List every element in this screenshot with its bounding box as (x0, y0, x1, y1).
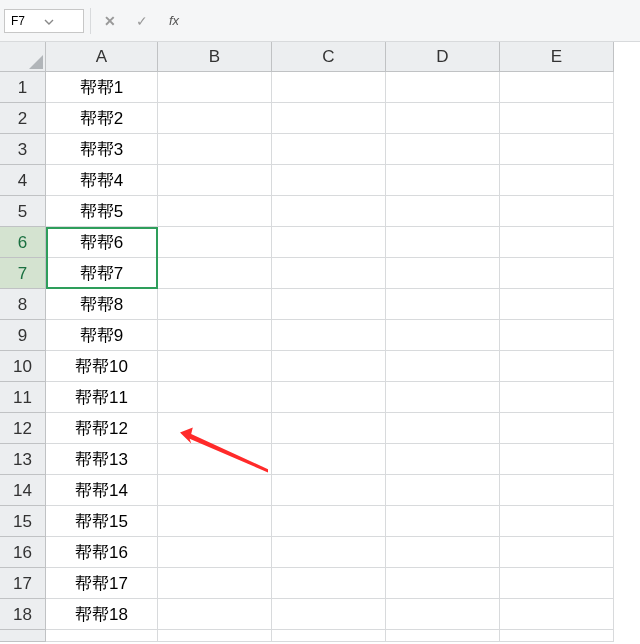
row-header-5[interactable]: 5 (0, 196, 46, 227)
cell-E13[interactable] (500, 444, 614, 475)
cell-E3[interactable] (500, 134, 614, 165)
cell-C4[interactable] (272, 165, 386, 196)
cell-A18[interactable]: 帮帮18 (46, 599, 158, 630)
cell-D7[interactable] (386, 258, 500, 289)
row-header-18[interactable]: 18 (0, 599, 46, 630)
cell-B15[interactable] (158, 506, 272, 537)
cell-D6[interactable] (386, 227, 500, 258)
cell-E5[interactable] (500, 196, 614, 227)
cell-B11[interactable] (158, 382, 272, 413)
cell-B5[interactable] (158, 196, 272, 227)
cell-C13[interactable] (272, 444, 386, 475)
cell-E4[interactable] (500, 165, 614, 196)
cell-E10[interactable] (500, 351, 614, 382)
cell-E16[interactable] (500, 537, 614, 568)
spreadsheet-grid[interactable]: A B C D E 1 2 3 4 5 6 7 8 9 10 11 12 13 … (0, 42, 640, 644)
cell-E7[interactable] (500, 258, 614, 289)
cell-E6[interactable] (500, 227, 614, 258)
cell-B19[interactable] (158, 630, 272, 642)
cell-C2[interactable] (272, 103, 386, 134)
row-header-7[interactable]: 7 (0, 258, 46, 289)
chevron-down-icon[interactable] (44, 16, 77, 26)
cell-B7[interactable] (158, 258, 272, 289)
cell-C1[interactable] (272, 72, 386, 103)
cell-B16[interactable] (158, 537, 272, 568)
cell-E2[interactable] (500, 103, 614, 134)
cell-D10[interactable] (386, 351, 500, 382)
cell-C8[interactable] (272, 289, 386, 320)
cell-D3[interactable] (386, 134, 500, 165)
cell-A17[interactable]: 帮帮17 (46, 568, 158, 599)
cell-A7[interactable]: 帮帮7 (46, 258, 158, 289)
cell-E1[interactable] (500, 72, 614, 103)
cell-D11[interactable] (386, 382, 500, 413)
cell-B2[interactable] (158, 103, 272, 134)
cell-C19[interactable] (272, 630, 386, 642)
fx-button[interactable]: fx (161, 8, 187, 34)
cell-A1[interactable]: 帮帮1 (46, 72, 158, 103)
cell-B10[interactable] (158, 351, 272, 382)
cell-D16[interactable] (386, 537, 500, 568)
select-all-corner[interactable] (0, 42, 46, 72)
row-header-13[interactable]: 13 (0, 444, 46, 475)
cell-D5[interactable] (386, 196, 500, 227)
cell-C9[interactable] (272, 320, 386, 351)
cell-D13[interactable] (386, 444, 500, 475)
cell-C15[interactable] (272, 506, 386, 537)
row-header-3[interactable]: 3 (0, 134, 46, 165)
cell-A16[interactable]: 帮帮16 (46, 537, 158, 568)
row-header-9[interactable]: 9 (0, 320, 46, 351)
col-header-D[interactable]: D (386, 42, 500, 72)
cell-B18[interactable] (158, 599, 272, 630)
cell-D9[interactable] (386, 320, 500, 351)
cell-D4[interactable] (386, 165, 500, 196)
col-header-B[interactable]: B (158, 42, 272, 72)
row-header-11[interactable]: 11 (0, 382, 46, 413)
cancel-button[interactable]: ✕ (97, 8, 123, 34)
cell-A5[interactable]: 帮帮5 (46, 196, 158, 227)
cell-C14[interactable] (272, 475, 386, 506)
cell-C10[interactable] (272, 351, 386, 382)
enter-button[interactable]: ✓ (129, 8, 155, 34)
cell-D8[interactable] (386, 289, 500, 320)
cell-B13[interactable] (158, 444, 272, 475)
cell-A15[interactable]: 帮帮15 (46, 506, 158, 537)
cell-B17[interactable] (158, 568, 272, 599)
cell-E11[interactable] (500, 382, 614, 413)
row-header-partial[interactable] (0, 630, 46, 642)
col-header-C[interactable]: C (272, 42, 386, 72)
cell-A4[interactable]: 帮帮4 (46, 165, 158, 196)
cell-B4[interactable] (158, 165, 272, 196)
cell-A19[interactable] (46, 630, 158, 642)
cell-C6[interactable] (272, 227, 386, 258)
cell-A11[interactable]: 帮帮11 (46, 382, 158, 413)
cell-B1[interactable] (158, 72, 272, 103)
row-header-14[interactable]: 14 (0, 475, 46, 506)
cell-B3[interactable] (158, 134, 272, 165)
cell-D15[interactable] (386, 506, 500, 537)
cell-A9[interactable]: 帮帮9 (46, 320, 158, 351)
cell-C7[interactable] (272, 258, 386, 289)
cell-B14[interactable] (158, 475, 272, 506)
cell-C11[interactable] (272, 382, 386, 413)
cell-E17[interactable] (500, 568, 614, 599)
cell-B8[interactable] (158, 289, 272, 320)
row-header-16[interactable]: 16 (0, 537, 46, 568)
row-header-6[interactable]: 6 (0, 227, 46, 258)
cell-B9[interactable] (158, 320, 272, 351)
cell-C5[interactable] (272, 196, 386, 227)
cell-A6[interactable]: 帮帮6 (46, 227, 158, 258)
row-header-10[interactable]: 10 (0, 351, 46, 382)
cell-A13[interactable]: 帮帮13 (46, 444, 158, 475)
row-header-4[interactable]: 4 (0, 165, 46, 196)
cell-A12[interactable]: 帮帮12 (46, 413, 158, 444)
row-header-1[interactable]: 1 (0, 72, 46, 103)
row-header-12[interactable]: 12 (0, 413, 46, 444)
cell-C3[interactable] (272, 134, 386, 165)
cell-C17[interactable] (272, 568, 386, 599)
col-header-A[interactable]: A (46, 42, 158, 72)
cell-A14[interactable]: 帮帮14 (46, 475, 158, 506)
cell-B6[interactable] (158, 227, 272, 258)
cell-D1[interactable] (386, 72, 500, 103)
col-header-E[interactable]: E (500, 42, 614, 72)
